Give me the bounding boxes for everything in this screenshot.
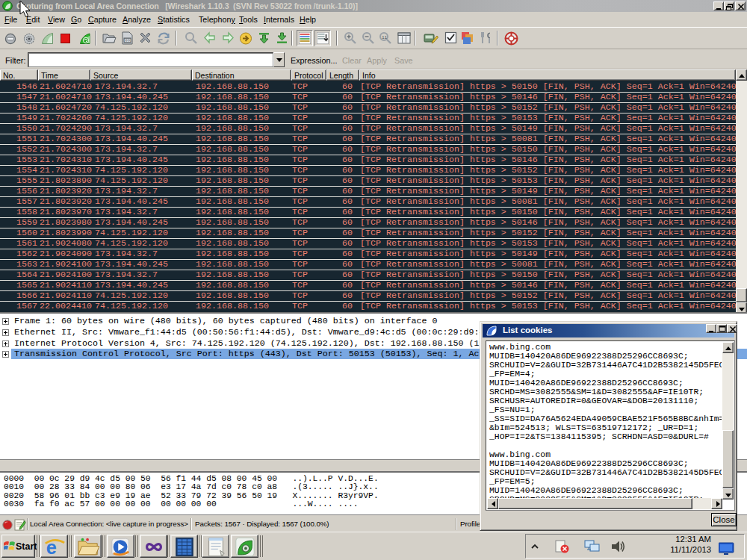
- svg-text:010: 010: [125, 38, 131, 43]
- svg-text:11: 11: [382, 35, 388, 40]
